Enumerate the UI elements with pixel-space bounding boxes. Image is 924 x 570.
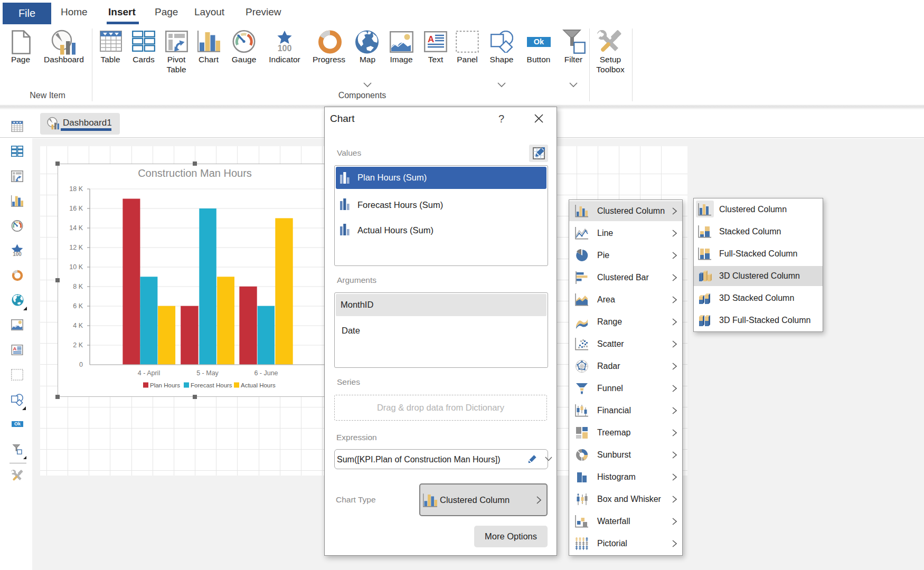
- svg-text:6 - June: 6 - June: [254, 369, 278, 377]
- svg-text:16 K: 16 K: [69, 205, 83, 212]
- svg-text:Construction Man Hours: Construction Man Hours: [138, 167, 252, 179]
- svg-text:A: A: [13, 346, 17, 352]
- svg-text:4 K: 4 K: [73, 322, 83, 329]
- svg-text:12 K: 12 K: [69, 244, 83, 251]
- svg-text:6 K: 6 K: [73, 302, 83, 310]
- svg-text:18 K: 18 K: [69, 185, 83, 193]
- svg-text:10 K: 10 K: [69, 263, 83, 271]
- svg-text:14 K: 14 K: [69, 224, 83, 232]
- svg-text:0: 0: [79, 361, 83, 368]
- svg-text:8 K: 8 K: [73, 283, 83, 290]
- svg-text:4 - April: 4 - April: [138, 369, 160, 377]
- svg-text:Actual Hours: Actual Hours: [241, 382, 276, 388]
- svg-text:5 - May: 5 - May: [196, 369, 219, 377]
- svg-text:2 K: 2 K: [73, 341, 83, 349]
- svg-text:A: A: [428, 34, 434, 44]
- svg-text:Plan Hours: Plan Hours: [150, 382, 180, 388]
- svg-text:Forecast Hours: Forecast Hours: [191, 382, 232, 388]
